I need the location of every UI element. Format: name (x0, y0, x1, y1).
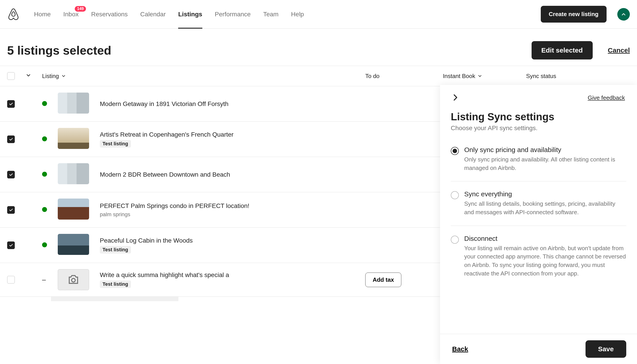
panel-subtitle: Choose your API sync settings. (451, 124, 626, 132)
option-title: Only sync pricing and availability (464, 146, 626, 154)
nav-performance[interactable]: Performance (215, 0, 251, 28)
listing-thumbnail[interactable] (58, 269, 89, 290)
nav-links: Home Inbox 149 Reservations Calendar Lis… (34, 0, 304, 28)
row-checkbox[interactable] (7, 136, 15, 143)
status-dot-icon (42, 172, 47, 177)
test-listing-tag: Test listing (100, 280, 131, 288)
col-todo: To do (360, 66, 438, 86)
create-listing-button[interactable]: Create new listing (541, 6, 607, 22)
nav-home[interactable]: Home (34, 0, 51, 28)
status-dot-icon (42, 101, 47, 106)
option-description: Sync all listing details, booking settin… (464, 200, 626, 216)
col-instant-book-sort[interactable]: Instant Book (443, 73, 483, 80)
listing-title: PERFECT Palm Springs condo in PERFECT lo… (100, 202, 355, 210)
airbnb-logo-icon (7, 8, 20, 20)
status-dot-icon (42, 136, 47, 141)
todo-add-tax-button[interactable]: Add tax (365, 272, 401, 287)
nav-calendar[interactable]: Calendar (140, 0, 166, 28)
chevron-down-icon (61, 74, 66, 78)
sync-option-pricing_availability[interactable]: Only sync pricing and availabilityOnly s… (451, 137, 626, 181)
listing-title: Artist's Retreat in Copenhagen's French … (100, 131, 355, 138)
edit-selected-button[interactable]: Edit selected (532, 41, 593, 60)
test-listing-tag: Test listing (100, 140, 131, 148)
radio-button[interactable] (451, 236, 459, 244)
row-checkbox[interactable] (7, 242, 15, 249)
col-listing-sort[interactable]: Listing (42, 73, 66, 80)
chevron-right-icon (451, 93, 460, 102)
option-description: Only sync pricing and availability. All … (464, 156, 626, 172)
profile-avatar[interactable] (617, 8, 630, 20)
radio-button[interactable] (451, 191, 459, 199)
listing-title: Peaceful Log Cabin in the Woods (100, 237, 355, 244)
selection-count-title: 5 listings selected (7, 44, 111, 57)
listing-title: Modern 2 BDR Between Downtown and Beach (100, 171, 355, 178)
listing-thumbnail[interactable] (58, 163, 89, 184)
col-listing-label: Listing (42, 73, 59, 80)
chevron-down-icon (26, 72, 31, 78)
inbox-badge: 149 (74, 5, 87, 12)
col-instant-book-label: Instant Book (443, 73, 475, 80)
brand-logo[interactable] (7, 8, 20, 20)
status-dot-icon (42, 242, 47, 247)
cancel-selection-button[interactable]: Cancel (598, 41, 630, 60)
top-navbar: Home Inbox 149 Reservations Calendar Lis… (0, 0, 637, 28)
nav-reservations[interactable]: Reservations (91, 0, 128, 28)
row-checkbox[interactable] (7, 276, 15, 284)
col-sync-status: Sync status (521, 66, 606, 86)
nav-inbox[interactable]: Inbox 149 (63, 0, 79, 28)
status-dot-icon (42, 207, 47, 212)
sync-settings-panel: Give feedback Listing Sync settings Choo… (440, 85, 637, 301)
panel-next-button[interactable] (451, 93, 460, 103)
listing-title: Modern Getaway in 1891 Victorian Off For… (100, 100, 355, 108)
status-dash-icon: – (42, 276, 46, 283)
row-checkbox[interactable] (7, 100, 15, 108)
chevron-down-icon (477, 74, 482, 78)
camera-icon (67, 274, 80, 286)
svg-point-0 (72, 278, 75, 282)
sync-option-everything[interactable]: Sync everythingSync all listing details,… (451, 181, 626, 226)
collapse-all-toggle[interactable] (26, 72, 31, 78)
listing-thumbnail[interactable] (58, 92, 89, 114)
listing-title: Write a quick summa highlight what's spe… (100, 272, 355, 278)
option-description: Your listing will remain active on Airbn… (464, 244, 626, 278)
nav-help[interactable]: Help (291, 0, 304, 28)
give-feedback-link[interactable]: Give feedback (586, 94, 626, 102)
option-title: Sync everything (464, 190, 626, 198)
select-all-checkbox[interactable] (7, 72, 15, 80)
selection-bar: 5 listings selected Edit selected Cancel (0, 28, 637, 66)
row-checkbox[interactable] (7, 206, 15, 214)
listing-subtitle: palm springs (100, 211, 355, 218)
option-title: Disconnect (464, 235, 626, 242)
test-listing-tag: Test listing (100, 246, 131, 254)
radio-button[interactable] (451, 147, 459, 155)
nav-listings[interactable]: Listings (178, 0, 202, 28)
listing-thumbnail[interactable] (58, 234, 89, 255)
row-checkbox[interactable] (7, 171, 15, 178)
listing-thumbnail[interactable] (58, 198, 89, 220)
chevron-up-icon (621, 12, 626, 17)
nav-team[interactable]: Team (263, 0, 278, 28)
sync-option-disconnect[interactable]: DisconnectYour listing will remain activ… (451, 226, 626, 287)
panel-title: Listing Sync settings (451, 111, 626, 123)
listing-thumbnail[interactable] (58, 128, 89, 149)
